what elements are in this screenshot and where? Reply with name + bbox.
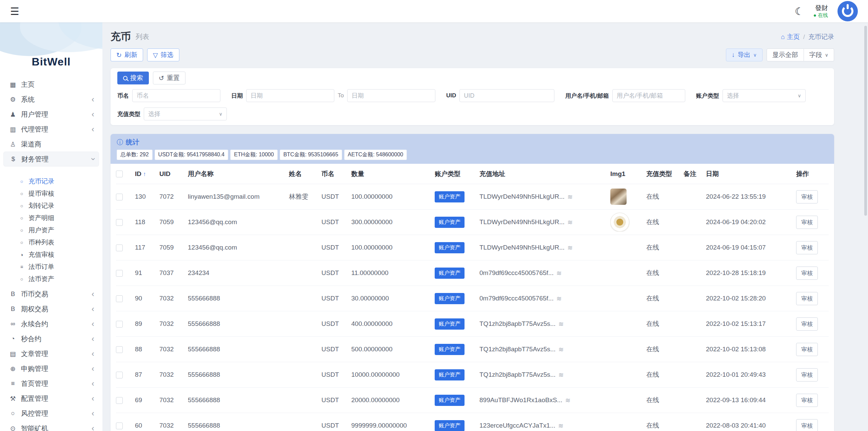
audit-button[interactable]: 审核: [796, 241, 818, 254]
column-header[interactable]: 姓名: [289, 170, 321, 178]
sidebar-item[interactable]: ▤ 文章管理 ‹: [3, 346, 99, 361]
copy-icon[interactable]: ≋: [556, 269, 562, 277]
account-type-select[interactable]: 选择 ∨: [723, 89, 806, 102]
sidebar-subitem[interactable]: ○ 充币记录: [3, 175, 99, 188]
column-header[interactable]: Img1: [610, 170, 646, 178]
sidebar-item[interactable]: ♟ 用户管理 ‹: [3, 107, 99, 122]
export-button[interactable]: ↓ 导出 ∨: [726, 48, 763, 61]
copy-icon[interactable]: ≋: [565, 396, 571, 404]
sidebar-subitem[interactable]: ○ 划转记录: [3, 200, 99, 212]
copy-icon[interactable]: ≋: [556, 295, 562, 302]
row-checkbox[interactable]: [116, 219, 123, 226]
audit-button[interactable]: 审核: [796, 190, 818, 203]
audit-button[interactable]: 审核: [796, 292, 818, 305]
audit-button[interactable]: 审核: [796, 368, 818, 381]
breadcrumb-current[interactable]: 充币记录: [808, 33, 834, 41]
sidebar-subitem[interactable]: ○ 资产明细: [3, 212, 99, 224]
copy-icon[interactable]: ≋: [558, 320, 564, 328]
row-checkbox[interactable]: [116, 397, 123, 404]
sidebar-subitem[interactable]: ○ 提币审核: [3, 188, 99, 200]
avatar[interactable]: [837, 1, 858, 21]
column-header[interactable]: UID: [159, 170, 188, 178]
date-to-input[interactable]: [347, 89, 435, 102]
sidebar-item[interactable]: ∞ 永续合约 ‹: [3, 316, 99, 331]
user-input[interactable]: [612, 89, 685, 102]
sidebar-item[interactable]: ▦ 主页: [3, 77, 99, 92]
sidebar-subitem[interactable]: ◑ 充值审核: [3, 249, 99, 261]
dark-mode-icon[interactable]: ☾: [795, 5, 804, 17]
sidebar-subitem[interactable]: ○ 用户资产: [3, 224, 99, 236]
sort-asc-icon[interactable]: ↑: [143, 171, 146, 177]
cell-recharge-type: 在线: [646, 218, 684, 227]
column-header[interactable]: 操作: [796, 170, 829, 178]
account-type-badge: 账户资产: [435, 395, 465, 406]
attachment-image[interactable]: [610, 213, 629, 232]
sidebar-subitem[interactable]: ≡ 法币订单: [3, 261, 99, 273]
date-from-input[interactable]: [246, 89, 334, 102]
copy-icon[interactable]: ≋: [558, 346, 564, 353]
audit-button[interactable]: 审核: [796, 394, 818, 407]
uid-input[interactable]: [459, 89, 554, 102]
copy-icon[interactable]: ≋: [567, 244, 573, 252]
sidebar-item[interactable]: ◔ 秒合约 ‹: [3, 331, 99, 346]
column-header[interactable]: 用户名称: [188, 170, 289, 178]
column-header[interactable]: 充值类型: [646, 170, 684, 178]
row-checkbox[interactable]: [116, 295, 123, 302]
select-all-checkbox[interactable]: [116, 171, 123, 177]
column-header[interactable]: 充值地址: [479, 170, 610, 178]
table-row: 117 7059 123456@qq.com USDT 100.00000000…: [116, 235, 829, 260]
attachment-image[interactable]: [610, 189, 627, 205]
sidebar-item[interactable]: B 期权交易 ‹: [3, 301, 99, 316]
row-checkbox[interactable]: [116, 372, 123, 378]
column-header[interactable]: ID↑: [135, 170, 159, 178]
column-header[interactable]: 日期: [706, 170, 796, 178]
column-header[interactable]: 币名: [321, 170, 351, 178]
sidebar-item[interactable]: ⊕ 申购管理 ‹: [3, 361, 99, 376]
search-button[interactable]: 搜索: [117, 72, 149, 84]
sidebar-subitem-label: 划转记录: [28, 201, 54, 210]
reset-button[interactable]: ↺ 重置: [153, 72, 185, 84]
column-header[interactable]: 数量: [351, 170, 435, 178]
copy-icon[interactable]: ≋: [558, 371, 564, 379]
copy-icon[interactable]: ≋: [567, 193, 573, 201]
hamburger-icon[interactable]: ☰: [10, 5, 19, 17]
sidebar-item[interactable]: $ 财务管理 ‹: [3, 152, 99, 166]
recharge-type-select[interactable]: 选择 ∨: [144, 107, 227, 120]
column-header[interactable]: 备注: [684, 170, 706, 178]
row-checkbox[interactable]: [116, 270, 123, 277]
row-checkbox[interactable]: [116, 346, 123, 353]
copy-icon[interactable]: ≋: [567, 218, 573, 226]
filter-date-range: 日期 To: [231, 89, 435, 102]
filter-button[interactable]: ▽ 筛选: [147, 48, 179, 61]
data-table: ID↑ UID 用户名称 姓名: [111, 164, 834, 431]
sidebar-subitem[interactable]: ○ 币种列表: [3, 236, 99, 249]
audit-button[interactable]: 审核: [796, 317, 818, 331]
sidebar-item[interactable]: B 币币交易 ‹: [3, 287, 99, 301]
sidebar-subitem-label: 币种列表: [28, 238, 54, 247]
sidebar-item[interactable]: ⚙ 系统 ‹: [3, 92, 99, 107]
row-checkbox[interactable]: [116, 321, 123, 328]
sidebar-item[interactable]: ⚒ 配置管理 ‹: [3, 391, 99, 406]
column-header[interactable]: 账户类型: [435, 170, 479, 178]
row-checkbox[interactable]: [116, 194, 123, 200]
sidebar-subitem[interactable]: ○ 法币资产: [3, 273, 99, 285]
sidebar-item[interactable]: ≡ 首页管理 ‹: [3, 376, 99, 391]
breadcrumb-home[interactable]: ⌂ 主页: [781, 33, 800, 41]
sidebar-item[interactable]: ▥ 代理管理 ‹: [3, 122, 99, 137]
sidebar-item[interactable]: ♙ 渠道商: [3, 137, 99, 152]
sidebar-item[interactable]: ○ 风控管理 ‹: [3, 406, 99, 421]
fields-button[interactable]: 字段 ∨: [804, 48, 834, 61]
sidebar-item-label: 系统: [21, 95, 35, 104]
page-scrollbar[interactable]: [864, 26, 867, 216]
row-checkbox[interactable]: [116, 423, 123, 429]
row-checkbox[interactable]: [116, 244, 123, 251]
refresh-button[interactable]: ↻ 刷新: [111, 48, 143, 61]
audit-button[interactable]: 审核: [796, 419, 818, 431]
sidebar-item[interactable]: ⊙ 智能矿机 ‹: [3, 421, 99, 431]
coin-input[interactable]: [132, 89, 220, 102]
show-all-button[interactable]: 显示全部: [767, 48, 804, 61]
copy-icon[interactable]: ≋: [558, 422, 564, 430]
audit-button[interactable]: 审核: [796, 216, 818, 229]
audit-button[interactable]: 审核: [796, 267, 818, 280]
audit-button[interactable]: 审核: [796, 343, 818, 356]
